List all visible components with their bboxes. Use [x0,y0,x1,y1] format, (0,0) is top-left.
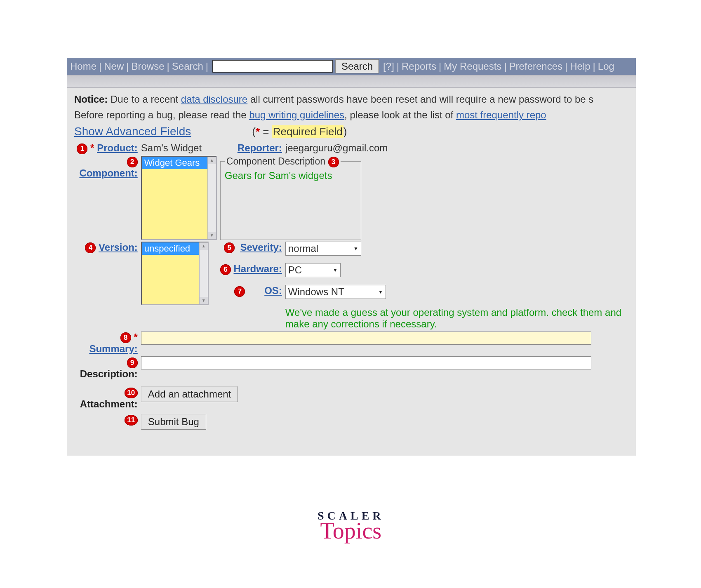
severity-select[interactable]: normal▼ [285,242,361,256]
hardware-select[interactable]: PC▼ [285,263,341,277]
grey-bar [67,75,636,88]
scroll-up-icon[interactable]: ▲ [208,157,216,164]
required-note: (* = Required Field) [252,125,347,138]
brand-logo: SCALER Topics [318,509,384,544]
nav-preferences[interactable]: Preferences [508,61,563,72]
notice-line1: Notice: Due to a recent data disclosure … [67,94,636,109]
scroll-down-icon[interactable]: ▼ [200,297,208,304]
nav-bar: Home| New| Browse| Search| Search [?]| R… [67,58,636,75]
nav-search-help[interactable]: [?] [382,61,395,72]
add-attachment-button[interactable]: Add an attachment [141,386,238,402]
quicksearch-input[interactable] [212,60,333,73]
show-advanced-fields[interactable]: Show Advanced Fields [74,125,191,138]
version-scrollbar[interactable]: ▲▼ [199,242,208,304]
version-option-selected[interactable]: unspecified [142,242,208,255]
nav-search[interactable]: Search [171,61,204,72]
label-product[interactable]: Product: [97,142,138,153]
callout-8: 8 [120,332,131,343]
component-description-text: Gears for Sam's widgets [225,170,357,181]
summary-input[interactable] [141,332,591,345]
form-body: Notice: Due to a recent data disclosure … [67,88,636,456]
version-select[interactable]: unspecified ▲▼ [141,242,209,305]
notice-label: Notice: [74,94,108,105]
label-version[interactable]: Version: [99,242,138,253]
label-reporter[interactable]: Reporter: [238,142,282,153]
page: Home| New| Browse| Search| Search [?]| R… [0,0,701,588]
os-hint: We've made a guess at your operating sys… [284,306,636,331]
callout-10: 10 [125,388,138,398]
label-severity[interactable]: Severity: [240,242,282,253]
label-component[interactable]: Component: [79,167,137,179]
nav-reports[interactable]: Reports [401,61,437,72]
callout-6: 6 [220,264,231,275]
component-option-selected[interactable]: Widget Gears [142,157,216,169]
label-description: Description: [80,368,138,379]
chevron-down-icon: ▼ [333,267,338,273]
callout-3: 3 [328,157,339,167]
component-select[interactable]: Widget Gears ▲▼ [141,156,217,240]
callout-9: 9 [127,358,138,368]
callout-1: 1 [77,143,87,154]
nav-new[interactable]: New [103,61,125,72]
os-select[interactable]: Windows NT▼ [285,285,386,299]
app-screenshot: Home| New| Browse| Search| Search [?]| R… [67,58,636,456]
callout-5: 5 [224,242,235,253]
description-input[interactable] [141,356,591,369]
nav-my-requests[interactable]: My Requests [443,61,502,72]
component-description-box: Component Description 3 Gears for Sam's … [220,156,361,240]
notice-line2: Before reporting a bug, please read the … [67,109,636,125]
value-reporter: jeegarguru@gmail.com [284,141,636,155]
label-summary[interactable]: Summary: [89,343,137,354]
search-button[interactable]: Search [335,59,379,73]
label-attachment: Attachment: [80,398,138,409]
callout-7: 7 [234,286,245,297]
brand-line2: Topics [318,517,384,544]
nav-browse[interactable]: Browse [131,61,165,72]
component-scrollbar[interactable]: ▲▼ [207,157,216,239]
link-data-disclosure[interactable]: data disclosure [181,94,247,105]
value-product: Sam's Widget [139,141,219,155]
callout-2: 2 [127,157,138,167]
nav-home[interactable]: Home [69,61,97,72]
scroll-up-icon[interactable]: ▲ [200,242,208,250]
label-os[interactable]: OS: [264,285,282,296]
label-hardware[interactable]: Hardware: [233,263,282,274]
link-bug-guidelines[interactable]: bug writing guidelines [249,109,344,120]
bug-form: 1 * Product: Sam's Widget Reporter: jeeg… [74,141,636,430]
nav-log[interactable]: Log [597,61,615,72]
scroll-down-icon[interactable]: ▼ [208,232,216,239]
chevron-down-icon: ▼ [353,246,358,252]
callout-11: 11 [125,415,138,426]
nav-help[interactable]: Help [569,61,591,72]
submit-bug-button[interactable]: Submit Bug [141,414,206,430]
chevron-down-icon: ▼ [378,289,383,295]
callout-4: 4 [85,242,96,253]
link-frequent-bugs[interactable]: most frequently repo [456,109,546,120]
